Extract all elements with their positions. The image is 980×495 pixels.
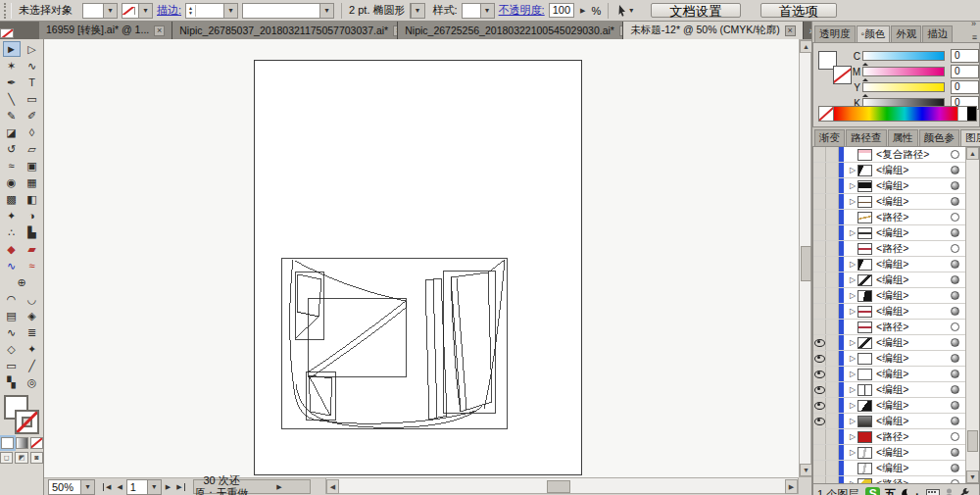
stroke-weight-combo[interactable]: ▲▼ ▾ xyxy=(185,3,238,19)
gradient-tool[interactable]: ◧ xyxy=(24,191,41,207)
magic-wand-tool[interactable]: ✶ xyxy=(3,58,21,74)
draw-behind-icon[interactable]: ◩ xyxy=(15,452,27,464)
target-icon[interactable] xyxy=(951,275,959,284)
hscroll-thumb[interactable] xyxy=(547,480,570,493)
layer-thumbnail[interactable] xyxy=(858,227,872,239)
visibility-cell[interactable] xyxy=(813,414,826,428)
scroll-right-icon[interactable]: ▶ xyxy=(785,479,798,494)
expand-triangle-icon[interactable]: ▷ xyxy=(848,401,858,410)
target-icon[interactable] xyxy=(951,228,959,237)
scroll-up-icon[interactable]: ▲ xyxy=(966,147,979,160)
lock-cell[interactable] xyxy=(826,225,839,240)
layer-name[interactable]: <路径> xyxy=(876,430,951,444)
layer-name[interactable]: <编组> xyxy=(876,258,951,272)
last-page-icon[interactable]: ▶ xyxy=(174,483,184,491)
brush-combo[interactable]: ▾ xyxy=(410,3,425,19)
layer-name[interactable]: <编组> xyxy=(876,446,951,460)
layer-name[interactable]: <路径> xyxy=(876,242,951,256)
visibility-cell[interactable] xyxy=(813,461,826,475)
visibility-cell[interactable] xyxy=(813,241,826,256)
eraser-tool[interactable]: ◊ xyxy=(24,124,41,140)
visibility-cell[interactable] xyxy=(813,147,826,162)
color-tab-透明度[interactable]: 透明度 xyxy=(814,25,856,42)
target-icon[interactable] xyxy=(951,464,959,472)
blend-tool[interactable]: ◑ xyxy=(24,208,41,223)
expand-triangle-icon[interactable]: ▷ xyxy=(848,228,858,237)
visibility-cell[interactable] xyxy=(813,476,826,484)
layer-thumbnail[interactable] xyxy=(858,165,872,176)
mesh-tool[interactable]: ▩ xyxy=(3,191,21,207)
width-tool[interactable]: ≈ xyxy=(3,158,21,173)
visibility-cell[interactable] xyxy=(813,257,826,272)
expand-triangle-icon[interactable]: ▷ xyxy=(848,291,858,300)
color-button[interactable] xyxy=(1,437,14,449)
layer-name[interactable]: <路径> xyxy=(876,477,951,485)
page-combo[interactable]: 1 ▾ xyxy=(126,479,162,495)
lasso-tool[interactable]: ∿ xyxy=(24,58,41,74)
visibility-cell[interactable] xyxy=(813,194,826,209)
rotate-view-tool[interactable]: ⊕ xyxy=(13,274,30,290)
type-tool[interactable]: T xyxy=(24,74,41,90)
status-readout[interactable]: 30 次还原：无重做 ▶ xyxy=(193,479,311,494)
stepper-icon[interactable]: ▲▼ xyxy=(186,5,196,17)
layer-row-6[interactable]: ▷<编组> xyxy=(813,225,979,241)
layer-name[interactable]: <编组> xyxy=(876,195,951,209)
target-icon[interactable] xyxy=(951,479,959,484)
layer-name[interactable]: <编组> xyxy=(876,305,951,319)
lock-cell[interactable] xyxy=(826,351,839,366)
status-popup-icon[interactable]: ▶ xyxy=(250,480,310,493)
lock-cell[interactable] xyxy=(826,304,839,319)
layer-thumbnail[interactable] xyxy=(858,180,872,192)
visibility-cell[interactable] xyxy=(813,272,826,287)
layer-row-15[interactable]: ▷<编组> xyxy=(813,367,979,382)
layer-row-10[interactable]: ▷<编组> xyxy=(813,288,979,304)
layers-tab-颜色参[interactable]: 颜色参 xyxy=(919,129,960,146)
expand-triangle-icon[interactable]: ▷ xyxy=(848,166,858,174)
layer-row-17[interactable]: ▷<编组> xyxy=(813,398,979,414)
brush-definition[interactable]: 2 pt. 椭圆形 xyxy=(349,3,405,18)
lock-cell[interactable] xyxy=(826,194,839,209)
stroke-swatch-none[interactable] xyxy=(833,66,852,84)
slider-value-C[interactable]: 0 xyxy=(951,49,979,63)
spectrum-black-chip[interactable] xyxy=(967,107,976,121)
layer-name[interactable]: <复合路径> xyxy=(876,148,951,162)
layer-row-20[interactable]: ▷<编组> xyxy=(813,445,979,461)
mesh-edit-tool[interactable]: ▤ xyxy=(3,308,21,323)
lock-cell[interactable] xyxy=(826,163,839,177)
slider-track-M[interactable] xyxy=(862,67,945,76)
target-icon[interactable] xyxy=(951,197,959,206)
slider-value-Y[interactable]: 0 xyxy=(951,80,979,94)
document-tab-3[interactable]: Nipic_26725256_20180322100545029030.ai*× xyxy=(398,22,623,39)
panel-menu-icon[interactable]: ≡ xyxy=(972,32,977,42)
column-graph-tool[interactable]: ▙ xyxy=(24,224,41,240)
layer-row-2[interactable]: ▷<编组> xyxy=(813,163,979,178)
layer-name[interactable]: <编组> xyxy=(876,289,951,303)
paintbrush-tool[interactable]: ✎ xyxy=(3,108,21,124)
layer-thumbnail[interactable] xyxy=(858,212,872,223)
layer-row-4[interactable]: ▷<编组> xyxy=(813,194,979,210)
punctuation-icon[interactable]: ·, xyxy=(915,488,922,495)
first-page-icon[interactable]: ◀ xyxy=(103,483,113,491)
lock-cell[interactable] xyxy=(826,398,839,413)
target-icon[interactable] xyxy=(951,291,959,300)
target-icon[interactable] xyxy=(951,370,959,378)
reshape-tool[interactable]: ◈ xyxy=(24,308,41,323)
target-icon[interactable] xyxy=(951,150,959,159)
target-icon[interactable] xyxy=(951,385,959,394)
target-icon[interactable] xyxy=(951,166,959,174)
layer-name[interactable]: <编组> xyxy=(876,226,951,240)
layers-tab-图层[interactable]: 图层 xyxy=(960,129,980,146)
lock-cell[interactable] xyxy=(826,414,839,428)
visibility-cell[interactable] xyxy=(813,178,826,193)
layer-row-12[interactable]: <路径> xyxy=(813,320,979,335)
outline-artwork[interactable] xyxy=(280,257,508,429)
layer-row-11[interactable]: ▷<编组> xyxy=(813,304,979,320)
curves-tool[interactable]: ≈ xyxy=(24,258,41,273)
target-icon[interactable] xyxy=(951,181,959,190)
layer-thumbnail[interactable] xyxy=(858,431,872,443)
layer-row-9[interactable]: ▷<编组> xyxy=(813,272,979,288)
color-tab-颜色[interactable]: ◦颜色 xyxy=(857,25,891,42)
color-tab-描边[interactable]: 描边 xyxy=(922,25,953,42)
spectrum-ramp[interactable] xyxy=(834,107,957,121)
layer-row-14[interactable]: ▷<编组> xyxy=(813,351,979,367)
